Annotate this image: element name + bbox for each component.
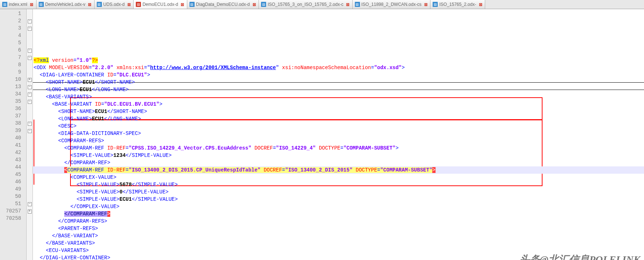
code-line[interactable]: <BASE-VARIANTS> (33, 93, 644, 101)
code-line[interactable]: <COMPARAM-REFS> (33, 137, 644, 144)
fold-column[interactable]: −−−−+−−−−−−+ (27, 9, 33, 260)
tab-label: DiagData_DemoECU.odx-d (196, 2, 250, 7)
tab-iso-15765-3-on-iso-15765-2-odx-c[interactable]: ▤ISO_15765_3_on_ISO_15765_2.odx-c⊠ (259, 0, 353, 9)
code-line[interactable]: <COMPLEX-VALUE> (33, 174, 644, 181)
file-icon: ▤ (2, 2, 7, 7)
close-icon[interactable]: ⊠ (423, 2, 428, 7)
close-icon[interactable]: ⊠ (88, 2, 92, 7)
tab-label: DemoVehicle1.odx-v (45, 2, 85, 7)
fold-toggle[interactable]: − (28, 129, 32, 133)
code-line[interactable]: <DESC> (33, 123, 644, 130)
close-icon[interactable]: ⊠ (127, 2, 131, 7)
close-icon[interactable]: ⊠ (180, 2, 185, 7)
file-icon: ▤ (261, 2, 266, 7)
code-line[interactable]: <SHORT-NAME>ECU1</SHORT-NAME> (33, 79, 644, 86)
fold-toggle[interactable]: − (28, 85, 32, 89)
code-line[interactable]: <ECU-VARIANTS> (33, 247, 644, 254)
code-line[interactable]: <LONG-NAME>ECU1</LONG-NAME> (33, 115, 644, 123)
tab-label: DemoECU1.odx-d (142, 2, 178, 7)
code-line[interactable]: <PARENT-REFS> (33, 225, 644, 232)
code-line[interactable]: </BASE-VARIANTS> (33, 240, 644, 247)
tab-index-xml[interactable]: ▤index.xml⊠ (0, 0, 37, 9)
line-number-gutter: 1234567891013343536373839404142434445464… (0, 9, 27, 260)
file-icon: ▤ (189, 2, 195, 7)
close-icon[interactable]: ⊠ (30, 2, 34, 7)
fold-toggle[interactable]: − (28, 93, 32, 97)
code-line[interactable]: <SIMPLE-VALUE>5678</SIMPLE-VALUE> (33, 181, 644, 188)
code-editor[interactable]: 1234567891013343536373839404142434445464… (0, 9, 644, 260)
code-line[interactable]: <BASE-VARIANT ID="DLC.ECU1.BV.ECU1"> (33, 101, 644, 108)
tab-demovehicle1-odx-v[interactable]: ▤DemoVehicle1.odx-v⊠ (37, 0, 95, 9)
tab-iso-15765-2-odx-[interactable]: ▤ISO_15765_2.odx-⊠ (430, 0, 485, 9)
file-icon: ▤ (433, 2, 438, 7)
code-line[interactable]: <DIAG-DATA-DICTIONARY-SPEC> (33, 130, 644, 137)
fold-toggle[interactable]: − (28, 122, 32, 126)
close-icon[interactable]: ⊠ (478, 2, 483, 7)
code-line[interactable]: <?xml version="1.0"?> (33, 57, 644, 64)
fold-toggle[interactable]: + (28, 210, 32, 214)
code-line[interactable]: </DIAG-LAYER-CONTAINER> (33, 254, 644, 260)
tab-label: index.xml (9, 2, 27, 7)
fold-toggle[interactable]: − (28, 27, 32, 31)
code-line[interactable]: <ODX MODEL-VERSION="2.2.0" xmlns:xsi="ht… (33, 64, 644, 71)
tab-label: ISO_15765_2.odx- (439, 2, 476, 7)
file-icon: ▤ (39, 2, 44, 7)
close-icon[interactable]: ⊠ (346, 2, 350, 7)
code-line[interactable]: </BASE-VARIANT> (33, 232, 644, 240)
code-line[interactable]: <LONG-NAME>ECU1</LONG-NAME> (33, 86, 644, 93)
code-line[interactable]: <COMPARAM-REF ID-REF="CPSS.ISO_14229_4_V… (33, 144, 644, 152)
fold-toggle[interactable]: − (28, 56, 32, 60)
code-line[interactable]: <SHORT-NAME>ECU1</SHORT-NAME> (33, 108, 644, 115)
fold-toggle[interactable]: + (28, 78, 32, 82)
file-icon: ▤ (97, 2, 102, 7)
code-line[interactable]: <SIMPLE-VALUE>0</SIMPLE-VALUE> (33, 188, 644, 196)
tab-label: ISO_11898_2_DWCAN.odx-cs (361, 2, 422, 7)
code-line[interactable]: </COMPARAM-REF> (33, 159, 644, 166)
tab-label: UDS.odx-d (103, 2, 125, 7)
file-icon: ▤ (355, 2, 360, 7)
code-line[interactable]: <SIMPLE-VALUE>1234</SIMPLE-VALUE> (33, 152, 644, 159)
close-icon[interactable]: ⊠ (252, 2, 256, 7)
tab-demoecu1-odx-d[interactable]: ▤DemoECU1.odx-d⊠ (134, 0, 187, 9)
code-line[interactable]: <COMPARAM-REF ID-REF="ISO_13400_2_DIS_20… (33, 166, 644, 174)
tab-diagdata-demoecu-odx-d[interactable]: ▤DiagData_DemoECU.odx-d⊠ (187, 0, 259, 9)
code-line[interactable]: <DIAG-LAYER-CONTAINER ID="DLC.ECU1"> (33, 71, 644, 79)
code-line[interactable]: <SIMPLE-VALUE>ECU1</SIMPLE-VALUE> (33, 196, 644, 203)
file-icon: ▤ (136, 2, 141, 7)
tab-bar: ▤index.xml⊠▤DemoVehicle1.odx-v⊠▤UDS.odx-… (0, 0, 644, 9)
code-line[interactable]: </COMPARAM-REF> (33, 210, 644, 218)
fold-toggle[interactable]: − (28, 202, 32, 206)
fold-toggle[interactable]: − (28, 100, 32, 104)
fold-toggle[interactable]: − (28, 19, 32, 23)
fold-toggle[interactable]: − (28, 49, 32, 53)
tab-label: ISO_15765_3_on_ISO_15765_2.odx-c (268, 2, 344, 7)
tab-iso-11898-2-dwcan-odx-cs[interactable]: ▤ISO_11898_2_DWCAN.odx-cs⊠ (353, 0, 431, 9)
tab-uds-odx-d[interactable]: ▤UDS.odx-d⊠ (95, 0, 134, 9)
code-area[interactable]: 头条@北汇信息POLELINK <?xml version="1.0"?><OD… (33, 9, 644, 260)
code-line[interactable]: </COMPARAM-REFS> (33, 218, 644, 225)
code-line[interactable]: </COMPLEX-VALUE> (33, 203, 644, 210)
